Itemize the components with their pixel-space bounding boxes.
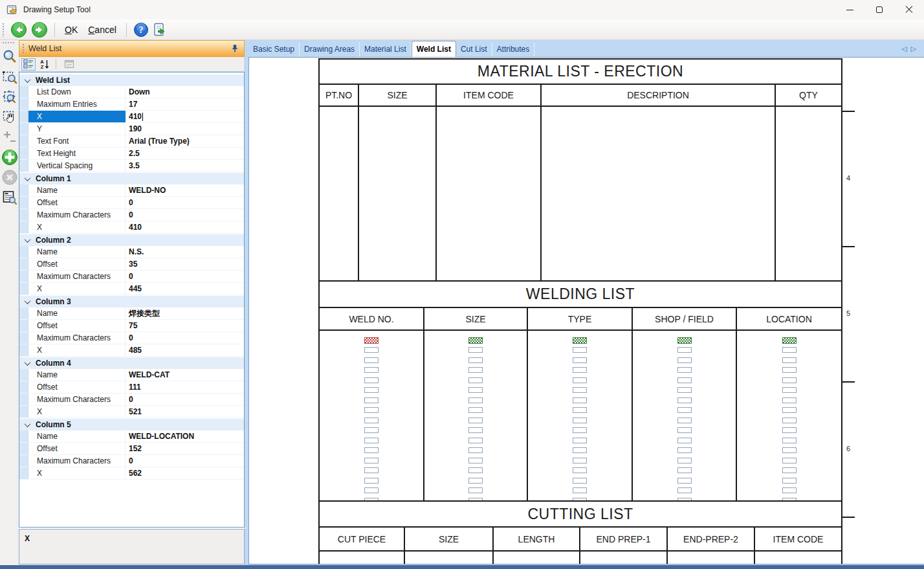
delete-entry-button[interactable]	[0, 167, 19, 187]
collapse-chevron-icon[interactable]	[25, 359, 31, 366]
property-value[interactable]: 152	[126, 443, 244, 454]
forward-button[interactable]	[29, 21, 50, 39]
property-row[interactable]: Maximum Characters0	[19, 271, 244, 283]
property-value[interactable]: 410	[126, 221, 244, 233]
property-value[interactable]: 111	[126, 381, 244, 393]
property-value[interactable]: WELD-LOCATION	[126, 430, 244, 442]
category-row[interactable]: Column 3	[19, 295, 244, 307]
collapse-chevron-icon[interactable]	[25, 421, 31, 427]
toolbar-grip[interactable]	[2, 23, 5, 37]
categorized-button[interactable]: + +	[21, 58, 36, 71]
property-row[interactable]: Offset111	[19, 381, 244, 394]
property-row[interactable]: Maximum Characters0	[19, 209, 244, 221]
property-row[interactable]: Maximum Characters0	[19, 332, 244, 344]
close-button[interactable]	[894, 0, 924, 19]
help-button[interactable]: ?	[131, 21, 151, 39]
property-row[interactable]: NameWELD-CAT	[19, 369, 244, 381]
tab-weld-list[interactable]: Weld List	[412, 41, 456, 57]
property-value[interactable]: 0	[126, 394, 244, 405]
property-value[interactable]: Down	[126, 86, 244, 98]
property-value[interactable]: 焊接类型	[126, 307, 244, 319]
property-row[interactable]: Offset152	[19, 443, 244, 455]
property-row[interactable]: X562	[19, 467, 244, 480]
collapse-chevron-icon[interactable]	[25, 298, 31, 304]
property-row[interactable]: List DownDown	[19, 86, 244, 98]
property-value[interactable]: 521	[126, 406, 244, 418]
zoom-window-button[interactable]	[0, 67, 19, 87]
alphabetical-sort-button[interactable]: A Z	[38, 58, 52, 71]
property-value[interactable]: WELD-NO	[126, 184, 244, 196]
add-entry-button[interactable]	[0, 147, 19, 167]
property-value[interactable]: 17	[126, 98, 244, 110]
property-value[interactable]: Arial (True Type)	[126, 135, 244, 147]
property-row[interactable]: X521	[19, 406, 244, 418]
property-row[interactable]: Vertical Spacing3.5	[19, 160, 244, 172]
panel-grip[interactable]	[22, 43, 25, 54]
pan-button[interactable]	[0, 107, 19, 127]
table-preview-button[interactable]	[0, 187, 19, 207]
tab-basic-setup[interactable]: Basic Setup	[248, 42, 300, 57]
cancel-button[interactable]: Cancel	[83, 25, 122, 35]
collapse-chevron-icon[interactable]	[25, 175, 31, 181]
property-value[interactable]: 0	[126, 271, 244, 282]
property-value[interactable]: 0	[126, 197, 244, 208]
property-row[interactable]: NameWELD-LOCATION	[19, 430, 244, 443]
minimize-button[interactable]	[835, 0, 864, 19]
tab-material-list[interactable]: Material List	[360, 42, 412, 57]
property-value[interactable]: 75	[126, 320, 244, 331]
zoom-extents-button[interactable]	[0, 87, 19, 107]
back-button[interactable]	[8, 21, 29, 39]
property-value[interactable]: 0	[126, 209, 244, 221]
property-value[interactable]: N.S.	[126, 246, 244, 258]
property-row[interactable]: Name焊接类型	[19, 307, 244, 320]
category-row[interactable]: Column 2	[19, 234, 244, 246]
delete-icon	[1, 169, 18, 186]
category-row[interactable]: Weld List	[19, 74, 244, 86]
property-value[interactable]: 35	[126, 258, 244, 270]
property-row[interactable]: Offset0	[19, 197, 244, 209]
property-row[interactable]: Maximum Entries17	[19, 98, 244, 111]
property-row[interactable]: Text FontArial (True Type)	[19, 135, 244, 148]
drawing-preview-canvas[interactable]: MATERIAL LIST - ERECTIONPT.NOSIZEITEM CO…	[248, 57, 924, 564]
zoom-tool-button[interactable]	[0, 47, 19, 67]
property-row[interactable]: NameWELD-NO	[19, 184, 244, 197]
property-pages-button[interactable]	[62, 58, 76, 71]
property-value[interactable]: 190	[126, 123, 244, 135]
property-value[interactable]: 0	[126, 455, 244, 467]
property-row[interactable]: Maximum Characters0	[19, 394, 244, 406]
tab-scroll-arrows[interactable]: ◁▷	[901, 45, 920, 53]
export-button[interactable]	[151, 21, 170, 39]
tab-scroll-right-icon[interactable]: ▷	[911, 45, 920, 52]
property-row[interactable]: X410	[19, 111, 244, 123]
category-row[interactable]: Column 5	[19, 418, 244, 430]
category-row[interactable]: Column 1	[19, 172, 244, 184]
property-row[interactable]: X410	[19, 221, 244, 234]
tab-attributes[interactable]: Attributes	[492, 42, 535, 57]
property-row[interactable]: NameN.S.	[19, 246, 244, 258]
property-value[interactable]: WELD-CAT	[126, 369, 244, 381]
property-value[interactable]: 2.5	[126, 148, 244, 159]
category-row[interactable]: Column 4	[19, 357, 244, 369]
property-value[interactable]: 445	[126, 283, 244, 295]
zoom-in-out-button[interactable]	[0, 127, 19, 147]
property-value[interactable]: 562	[126, 467, 244, 479]
property-row[interactable]: Text Height2.5	[19, 148, 244, 160]
tab-scroll-left-icon[interactable]: ◁	[901, 45, 910, 52]
property-value[interactable]: 485	[126, 344, 244, 356]
property-row[interactable]: Offset35	[19, 258, 244, 271]
ok-button[interactable]: OK	[60, 25, 83, 35]
collapse-chevron-icon[interactable]	[25, 236, 31, 243]
tab-drawing-areas[interactable]: Drawing Areas	[300, 42, 360, 57]
property-row[interactable]: Maximum Characters0	[19, 455, 244, 467]
tab-cut-list[interactable]: Cut List	[456, 42, 492, 57]
collapse-chevron-icon[interactable]	[25, 76, 31, 83]
property-row[interactable]: Offset75	[19, 320, 244, 332]
property-row[interactable]: X485	[19, 344, 244, 357]
property-value[interactable]: 3.5	[126, 160, 244, 172]
property-value[interactable]: 410	[126, 111, 244, 122]
property-row[interactable]: X445	[19, 283, 244, 295]
property-row[interactable]: Y190	[19, 123, 244, 135]
maximize-button[interactable]	[864, 0, 894, 19]
property-value[interactable]: 0	[126, 332, 244, 344]
pin-icon[interactable]	[230, 44, 239, 53]
